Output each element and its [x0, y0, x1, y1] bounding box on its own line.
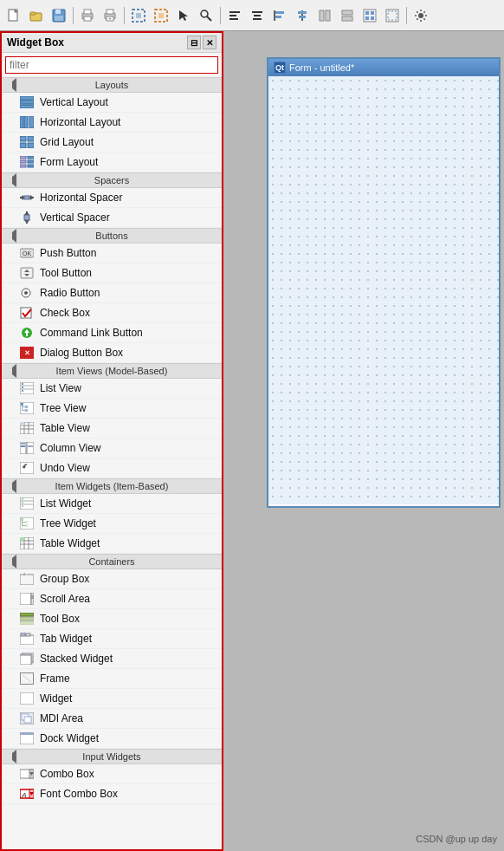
- svg-rect-49: [24, 116, 28, 128]
- section-containers[interactable]: Containers: [2, 554, 222, 569]
- section-spacers[interactable]: Spacers: [2, 172, 222, 188]
- section-layouts[interactable]: Layouts: [2, 77, 222, 93]
- item-scroll-area[interactable]: Scroll Area: [2, 589, 222, 609]
- item-horizontal-layout[interactable]: Horizontal Layout: [2, 113, 222, 133]
- item-list-widget[interactable]: List Widget: [2, 494, 222, 514]
- item-widget[interactable]: Widget: [2, 689, 222, 709]
- list-view-icon: [19, 380, 35, 396]
- item-tab-widget[interactable]: Tab Widget: [2, 629, 222, 649]
- align6-button[interactable]: [337, 5, 358, 26]
- item-group-box[interactable]: ab Group Box: [2, 569, 222, 589]
- item-label: Dock Widget: [40, 732, 99, 744]
- item-label: Scroll Area: [40, 593, 90, 605]
- align2-button[interactable]: [247, 5, 268, 26]
- toolbar-sep-2: [124, 7, 125, 24]
- item-tree-widget[interactable]: Tree Widget: [2, 514, 222, 534]
- widget-box-title: Widget Box: [7, 36, 187, 49]
- item-horizontal-spacer[interactable]: Horizontal Spacer: [2, 188, 222, 208]
- align7-button[interactable]: [359, 5, 380, 26]
- settings-button[interactable]: [410, 5, 431, 26]
- svg-rect-132: [20, 613, 34, 616]
- svg-marker-66: [24, 211, 29, 215]
- item-form-layout[interactable]: Form Layout: [2, 153, 222, 172]
- widget-box-float-button[interactable]: ⊟: [187, 36, 201, 49]
- align5-button[interactable]: [314, 5, 335, 26]
- select-button[interactable]: [128, 5, 149, 26]
- check-box-icon: [19, 305, 35, 321]
- pointer-button[interactable]: [173, 5, 194, 26]
- vertical-spacer-icon: [19, 210, 35, 225]
- align1-button[interactable]: [224, 5, 245, 26]
- item-label: Command Link Button: [40, 327, 143, 339]
- combo-box-icon: [19, 766, 35, 782]
- item-tool-button[interactable]: Tool Button: [2, 263, 222, 283]
- svg-rect-39: [371, 11, 374, 15]
- svg-rect-6: [55, 16, 63, 21]
- form-canvas[interactable]: [268, 76, 499, 504]
- svg-marker-67: [24, 220, 29, 224]
- item-check-box[interactable]: Check Box: [2, 303, 222, 323]
- form-window: Qt Form - untitled*: [267, 57, 501, 508]
- svg-rect-133: [20, 617, 34, 620]
- svg-rect-54: [28, 143, 34, 148]
- open-button[interactable]: [26, 5, 47, 26]
- svg-rect-57: [20, 160, 26, 163]
- horizontal-spacer-icon: [19, 190, 35, 205]
- item-grid-layout[interactable]: Grid Layout: [2, 133, 222, 153]
- item-vertical-spacer[interactable]: Vertical Spacer: [2, 208, 222, 228]
- item-combo-box[interactable]: Combo Box: [2, 764, 222, 784]
- svg-rect-24: [252, 11, 262, 13]
- section-input-widgets[interactable]: Input Widgets: [2, 749, 222, 764]
- item-vertical-layout[interactable]: Vertical Layout: [2, 93, 222, 113]
- svg-rect-102: [21, 443, 25, 445]
- item-label: Grid Layout: [40, 136, 94, 148]
- list-widget-icon: [19, 496, 35, 511]
- item-table-widget[interactable]: Table Widget: [2, 534, 222, 554]
- item-stacked-widget[interactable]: Stacked Widget: [2, 649, 222, 669]
- item-command-link-button[interactable]: Command Link Button: [2, 323, 222, 343]
- print2-button[interactable]: +: [100, 5, 120, 26]
- item-tree-view[interactable]: Tree View: [2, 399, 222, 419]
- item-push-button[interactable]: OK Push Button: [2, 244, 222, 263]
- new-button[interactable]: [3, 5, 24, 26]
- item-column-view[interactable]: Column View: [2, 438, 222, 458]
- align3-button[interactable]: [269, 5, 290, 26]
- widget-box-close-button[interactable]: ✕: [203, 36, 216, 49]
- svg-rect-104: [28, 445, 33, 447]
- command-link-button-icon: [19, 325, 35, 341]
- section-item-widgets[interactable]: Item Widgets (Item-Based): [2, 478, 222, 494]
- align8-button[interactable]: [382, 5, 403, 26]
- item-label: Tool Box: [40, 613, 80, 625]
- svg-rect-3: [30, 12, 36, 15]
- item-tool-box[interactable]: Tool Box: [2, 609, 222, 629]
- dialog-button-box-icon: ✕: [19, 345, 35, 361]
- item-mdi-area[interactable]: MDI Area: [2, 709, 222, 729]
- item-radio-button[interactable]: Radio Button: [2, 283, 222, 303]
- item-frame[interactable]: Frame: [2, 669, 222, 689]
- item-label: Tab Widget: [40, 633, 92, 645]
- item-table-view[interactable]: Table View: [2, 419, 222, 438]
- align4-button[interactable]: [292, 5, 313, 26]
- item-label: Group Box: [40, 573, 89, 585]
- save-button[interactable]: [48, 5, 69, 26]
- svg-rect-46: [20, 101, 34, 104]
- svg-rect-148: [20, 732, 34, 735]
- zoom-button[interactable]: [196, 5, 216, 26]
- tree-view-icon: [19, 400, 35, 416]
- table-view-icon: [19, 420, 35, 436]
- select2-button[interactable]: [151, 5, 171, 26]
- item-font-combo-box[interactable]: A Font Combo Box: [2, 784, 222, 804]
- item-undo-view[interactable]: Undo View: [2, 458, 222, 478]
- section-item-views[interactable]: Item Views (Model-Based): [2, 363, 222, 379]
- font-combo-box-icon: A: [19, 786, 35, 802]
- print-button[interactable]: [77, 5, 98, 26]
- svg-rect-64: [24, 196, 29, 199]
- filter-input[interactable]: [5, 56, 218, 74]
- item-list-view[interactable]: List View: [2, 379, 222, 399]
- section-buttons[interactable]: Buttons: [2, 228, 222, 244]
- svg-marker-18: [179, 10, 188, 21]
- item-dock-widget[interactable]: Dock Widget: [2, 729, 222, 749]
- item-label: Tree View: [40, 402, 86, 414]
- svg-text:OK: OK: [23, 250, 31, 257]
- item-dialog-button-box[interactable]: ✕ Dialog Button Box: [2, 343, 222, 363]
